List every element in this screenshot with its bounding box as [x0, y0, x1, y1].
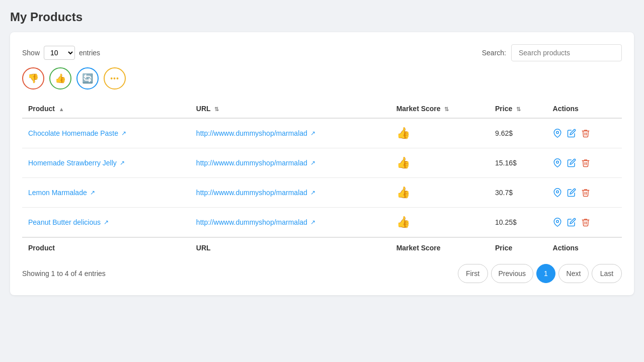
table-row: Peanut Butter delicious ↗ http://wwww.du… — [22, 208, 622, 238]
table-row: Lemon Marmalade ↗ http://wwww.dummyshop/… — [22, 178, 622, 208]
cell-price-0: 9.62$ — [489, 118, 547, 148]
svg-point-1 — [556, 161, 558, 163]
table-header-row: Product ▲ URL ⇅ Market Score ⇅ Price ⇅ — [22, 100, 622, 118]
cell-product-0: Chocolate Homemade Paste ↗ — [22, 118, 190, 148]
cell-url-3: http://wwww.dummyshop/marmalad ↗ — [190, 208, 390, 238]
cell-price-2: 30.7$ — [489, 178, 547, 208]
cell-price-3: 10.25$ — [489, 208, 547, 238]
url-text-0: http://wwww.dummyshop/marmalad — [196, 129, 307, 137]
delete-icon-2[interactable] — [581, 188, 590, 197]
external-link-icon-product-3: ↗ — [104, 219, 109, 226]
product-link-2[interactable]: Lemon Marmalade ↗ — [28, 189, 184, 197]
bottom-bar: Showing 1 to 4 of 4 entries FirstPreviou… — [22, 264, 622, 283]
delete-icon-1[interactable] — [581, 158, 590, 167]
cell-actions-1 — [547, 148, 622, 178]
url-text-1: http://wwww.dummyshop/marmalad — [196, 159, 307, 167]
cell-url-1: http://wwww.dummyshop/marmalad ↗ — [190, 148, 390, 178]
page-btn-1[interactable]: 1 — [536, 264, 555, 283]
external-link-icon-product-1: ↗ — [120, 159, 125, 166]
sort-icon-market-score: ⇅ — [444, 106, 449, 113]
top-controls: Show 10 25 50 100 entries Search: — [22, 44, 622, 61]
delete-icon-3[interactable] — [581, 218, 590, 227]
cell-url-2: http://wwww.dummyshop/marmalad ↗ — [190, 178, 390, 208]
entries-select[interactable]: 10 25 50 100 — [44, 46, 75, 60]
footer-col-price: Price — [489, 237, 547, 254]
svg-point-2 — [556, 191, 558, 193]
edit-icon-0[interactable] — [567, 129, 576, 138]
pin-icon-0[interactable] — [553, 129, 562, 138]
cell-product-2: Lemon Marmalade ↗ — [22, 178, 190, 208]
table-footer-row: Product URL Market Score Price Actions — [22, 237, 622, 254]
pagination: FirstPrevious1NextLast — [458, 264, 622, 283]
actions-group-1 — [553, 158, 616, 167]
more-icon: ••• — [110, 74, 119, 82]
cell-market-score-1: 👍 — [390, 148, 489, 178]
svg-point-3 — [556, 220, 558, 223]
page-title: My Products — [10, 10, 634, 24]
external-link-icon-url-1: ↗ — [310, 159, 315, 166]
thumbs-down-button[interactable]: 👎 — [22, 67, 44, 89]
page-btn-first[interactable]: First — [458, 264, 488, 283]
page-btn-previous[interactable]: Previous — [491, 264, 533, 283]
external-link-icon-url-2: ↗ — [310, 189, 315, 196]
product-link-3[interactable]: Peanut Butter delicious ↗ — [28, 218, 184, 226]
search-input[interactable] — [511, 44, 622, 61]
cell-actions-2 — [547, 178, 622, 208]
edit-icon-1[interactable] — [567, 158, 576, 167]
cell-product-3: Peanut Butter delicious ↗ — [22, 208, 190, 238]
thumbs-down-icon: 👎 — [28, 73, 39, 84]
search-label: Search: — [482, 49, 506, 57]
footer-col-url: URL — [190, 237, 390, 254]
page-btn-last[interactable]: Last — [592, 264, 622, 283]
page-btn-next[interactable]: Next — [558, 264, 589, 283]
col-header-actions: Actions — [547, 100, 622, 118]
action-buttons-row: 👎 👍 🔄 ••• — [22, 67, 622, 89]
sort-icon-product: ▲ — [59, 106, 64, 112]
edit-icon-3[interactable] — [567, 218, 576, 227]
col-header-product: Product ▲ — [22, 100, 190, 118]
sort-icon-price: ⇅ — [516, 106, 521, 113]
refresh-icon: 🔄 — [82, 73, 93, 84]
product-name-2: Lemon Marmalade — [28, 189, 87, 197]
edit-icon-2[interactable] — [567, 188, 576, 197]
url-link-0[interactable]: http://wwww.dummyshop/marmalad ↗ — [196, 129, 384, 137]
table-row: Homemade Strawberry Jelly ↗ http://wwww.… — [22, 148, 622, 178]
col-header-market-score: Market Score ⇅ — [390, 100, 489, 118]
products-table: Product ▲ URL ⇅ Market Score ⇅ Price ⇅ — [22, 100, 622, 254]
thumbs-up-button[interactable]: 👍 — [49, 67, 71, 89]
product-name-0: Chocolate Homemade Paste — [28, 129, 118, 137]
thumbs-up-icon: 👍 — [55, 73, 66, 84]
pin-icon-3[interactable] — [553, 218, 562, 227]
url-text-3: http://wwww.dummyshop/marmalad — [196, 218, 307, 226]
market-score-thumbs-up-icon-0: 👍 — [396, 127, 410, 139]
product-link-1[interactable]: Homemade Strawberry Jelly ↗ — [28, 159, 184, 167]
more-button[interactable]: ••• — [104, 67, 126, 89]
actions-group-0 — [553, 129, 616, 138]
pin-icon-1[interactable] — [553, 158, 562, 167]
url-link-2[interactable]: http://wwww.dummyshop/marmalad ↗ — [196, 189, 384, 197]
actions-group-3 — [553, 218, 616, 227]
cell-actions-0 — [547, 118, 622, 148]
cell-url-0: http://wwww.dummyshop/marmalad ↗ — [190, 118, 390, 148]
product-link-0[interactable]: Chocolate Homemade Paste ↗ — [28, 129, 184, 137]
external-link-icon-url-0: ↗ — [310, 130, 315, 137]
footer-col-product: Product — [22, 237, 190, 254]
table-row: Chocolate Homemade Paste ↗ http://wwww.d… — [22, 118, 622, 148]
refresh-button[interactable]: 🔄 — [76, 67, 99, 89]
product-name-3: Peanut Butter delicious — [28, 218, 101, 226]
show-entries-control: Show 10 25 50 100 entries — [22, 46, 100, 60]
url-link-1[interactable]: http://wwww.dummyshop/marmalad ↗ — [196, 159, 384, 167]
url-text-2: http://wwww.dummyshop/marmalad — [196, 189, 307, 197]
cell-price-1: 15.16$ — [489, 148, 547, 178]
delete-icon-0[interactable] — [581, 129, 590, 138]
pin-icon-2[interactable] — [553, 188, 562, 197]
search-area: Search: — [482, 44, 622, 61]
main-card: Show 10 25 50 100 entries Search: 👎 👍 — [10, 32, 634, 295]
cell-market-score-3: 👍 — [390, 208, 489, 238]
entries-info: Showing 1 to 4 of 4 entries — [22, 269, 106, 278]
url-link-3[interactable]: http://wwww.dummyshop/marmalad ↗ — [196, 218, 384, 226]
market-score-thumbs-up-icon-1: 👍 — [396, 156, 410, 169]
cell-market-score-2: 👍 — [390, 178, 489, 208]
market-score-thumbs-up-icon-2: 👍 — [396, 186, 410, 199]
col-header-url: URL ⇅ — [190, 100, 390, 118]
